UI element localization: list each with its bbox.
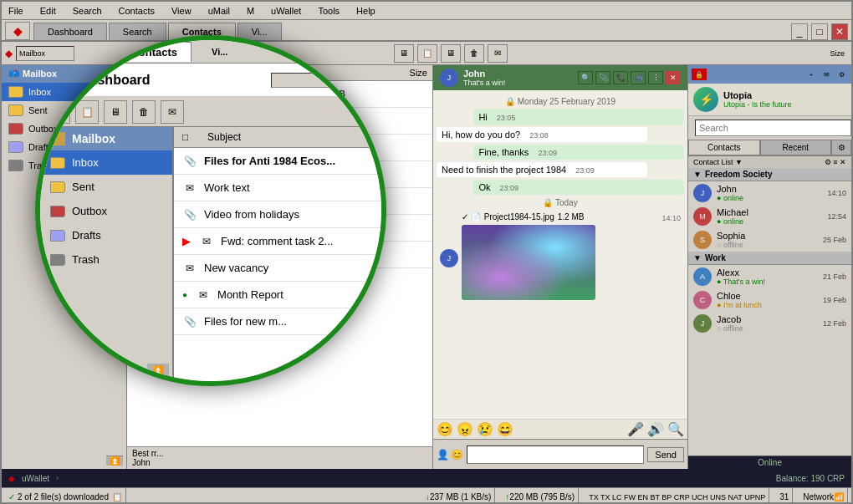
chat-search-icon[interactable]: 🔍 — [578, 71, 593, 84]
menu-file[interactable]: File — [5, 4, 27, 18]
mag-email-6[interactable]: 📎 Files for new m... — [174, 308, 381, 335]
speaker-icon[interactable]: 🔊 — [647, 421, 664, 437]
chat-menu-icon[interactable]: ⋮ — [648, 71, 663, 84]
menu-edit[interactable]: Edit — [37, 4, 59, 18]
mag-email-4[interactable]: ✉ New vacancy — [174, 255, 381, 282]
magnify-content: Search Contacts Vi... ⚡ Dashboard 🖥 📋 🖥 … — [40, 40, 381, 381]
chat-image — [462, 225, 595, 300]
mag-toolbar-btn-1[interactable]: 📋 — [75, 100, 99, 124]
mag-sidebar-header: Mailbox — [40, 127, 172, 150]
menu-contacts[interactable]: Contacts — [115, 4, 158, 18]
mag-search-box[interactable] — [271, 73, 371, 88]
mag-folder-drafts[interactable]: Drafts — [40, 223, 172, 247]
mag-email-5[interactable]: ● ✉ Month Report — [174, 282, 381, 308]
mag-email-header: □ Subject — [174, 127, 381, 148]
tab-search[interactable]: Search — [109, 23, 166, 40]
chat-smiley-icon[interactable]: 😊 — [451, 449, 463, 461]
tab-recent[interactable]: Recent — [760, 140, 832, 155]
minimize-button[interactable]: _ — [791, 23, 808, 40]
toolbar-btn-1[interactable]: 🖥 — [394, 44, 414, 63]
contacts-more-icon[interactable]: ⚙ — [831, 140, 851, 155]
contacts-icon-1[interactable]: + — [804, 69, 818, 80]
mag-collapse-btn[interactable]: ⏫ — [147, 364, 169, 378]
chat-toolbar: 🔍 📎 📞 📹 ⋮ ✕ — [578, 71, 681, 84]
maximize-button[interactable]: □ — [811, 23, 828, 40]
emoji-2[interactable]: 😠 — [457, 421, 473, 437]
mag-toolbar-btn-0[interactable]: 🖥 — [47, 100, 70, 124]
tab-dashboard[interactable]: Dashboard — [33, 23, 107, 40]
mag-email-1[interactable]: ✉ Work text — [174, 175, 381, 201]
contact-alexx[interactable]: A Alexx ● That's a win! 21 Feb — [688, 265, 851, 288]
attachment-time: 14:10 — [661, 212, 681, 222]
contact-sophia[interactable]: S Sophia ○ offline 25 Feb — [688, 228, 851, 252]
menu-m[interactable]: M — [243, 4, 258, 18]
contact-michael[interactable]: M Michael ● online 12:54 — [688, 205, 851, 228]
uwallet-expand-icon[interactable]: › — [56, 474, 59, 482]
mic-icon[interactable]: 🎤 — [627, 421, 644, 437]
toolbar-btn-3[interactable]: 🖥 — [441, 44, 461, 63]
alexx-name: Alexx — [717, 267, 818, 277]
utopia-contact-row[interactable]: ⚡ Utopia Utopia - Is the future — [688, 84, 851, 116]
contact-chloe[interactable]: C Chloe ● I'm at lunch 19 Feb — [688, 288, 851, 312]
mag-toolbar-btn-4[interactable]: ✉ — [161, 100, 184, 124]
mag-email-0[interactable]: 📎 Files for Anti 1984 Ecos... — [174, 148, 381, 175]
mag-email-3[interactable]: ▶ ✉ Fwd: comment task 2... — [174, 228, 381, 255]
mag-email-2[interactable]: 📎 Video from holidays — [174, 201, 381, 228]
close-button[interactable]: ✕ — [831, 23, 848, 40]
mag-folder-outbox[interactable]: Outbox — [40, 199, 172, 223]
mag-inbox-icon — [50, 157, 65, 169]
mag-folder-inbox[interactable]: Inbox — [40, 150, 172, 175]
chat-attach-icon[interactable]: 📎 — [595, 71, 610, 84]
tab-contacts[interactable]: Contacts — [688, 140, 760, 155]
mag-toolbar-btn-3[interactable]: 🗑 — [132, 100, 156, 124]
alexx-date: 21 Feb — [823, 272, 846, 281]
toolbar-btn-4[interactable]: 🗑 — [464, 44, 484, 63]
uwallet-label[interactable]: uWallet — [22, 474, 49, 483]
search-chat-icon[interactable]: 🔍 — [667, 421, 684, 437]
menu-view[interactable]: View — [168, 4, 195, 18]
emoji-1[interactable]: 😊 — [437, 421, 453, 437]
menu-uwallet[interactable]: uWallet — [268, 4, 304, 18]
sophia-name: Sophia — [717, 231, 818, 241]
mag-tab-search[interactable]: Search — [47, 42, 110, 61]
contact-jacob[interactable]: J Jacob ○ offline 12 Feb — [688, 312, 851, 335]
mag-folder-sent[interactable]: Sent — [40, 175, 172, 199]
utopia-logo-icon: ◆ — [5, 48, 13, 59]
outbox-folder-icon — [8, 123, 23, 135]
group-freedom-society[interactable]: ▼ Freedom Society — [688, 168, 851, 181]
emoji-3[interactable]: 😢 — [477, 421, 493, 437]
attachment-name: ✓ 📄 Project1984-15.jpg 1.2 MB — [462, 212, 658, 221]
group-work[interactable]: ▼ Work — [688, 252, 851, 265]
menu-umail[interactable]: uMail — [205, 4, 233, 18]
mag-tab-vi[interactable]: Vi... — [198, 43, 241, 60]
contacts-icon-2[interactable]: ✉ — [820, 69, 833, 80]
toolbar-btn-5[interactable]: ✉ — [488, 44, 508, 63]
contacts-lock-icon: 🔒 — [692, 69, 707, 80]
menu-help[interactable]: Help — [353, 4, 379, 18]
chat-input[interactable] — [467, 445, 644, 464]
mag-tab-contacts[interactable]: Contacts — [116, 42, 192, 62]
drafts-folder-icon — [8, 141, 23, 153]
emoji-4[interactable]: 😄 — [497, 421, 513, 437]
toolbar-btn-2[interactable]: 📋 — [417, 44, 437, 63]
chat-close-icon[interactable]: ✕ — [666, 71, 681, 84]
menu-tools[interactable]: Tools — [314, 4, 343, 18]
send-button[interactable]: Send — [647, 447, 684, 462]
contacts-search-input[interactable] — [695, 120, 851, 136]
mag-toolbar-btn-2[interactable]: 🖥 — [104, 100, 127, 124]
alexx-info: Alexx ● That's a win! — [717, 267, 818, 286]
collapse-button[interactable]: ⏫ — [106, 456, 123, 466]
chat-today-separator: 🔒 Today — [437, 198, 684, 207]
john-info: John ● online — [717, 184, 822, 202]
chat-call-icon[interactable]: 📞 — [613, 71, 628, 84]
mag-trash-icon — [50, 254, 65, 266]
menu-search[interactable]: Search — [69, 4, 105, 18]
chat-video-icon[interactable]: 📹 — [631, 71, 646, 84]
mag-folder-trash[interactable]: Trash — [40, 247, 172, 272]
sent-folder-icon — [8, 104, 23, 116]
john-date: 14:10 — [827, 189, 846, 197]
chat-messages[interactable]: 🔒 Monday 25 February 2019 Hi 23:05 Hi, h… — [433, 90, 687, 419]
contact-john[interactable]: J John ● online 14:10 — [688, 181, 851, 205]
inbox-folder-icon — [8, 86, 23, 98]
contacts-icon-3[interactable]: ⚙ — [835, 69, 848, 80]
